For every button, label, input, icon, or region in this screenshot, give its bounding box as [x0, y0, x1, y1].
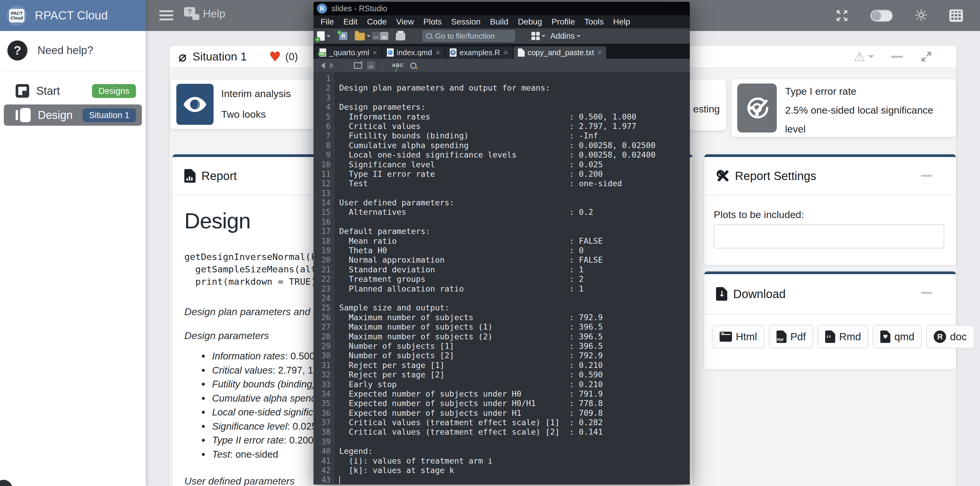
favorite-heart-icon[interactable]: ♥ [269, 50, 281, 64]
rstudio-titlebar[interactable]: R slides - RStudio [313, 2, 690, 15]
editor-line: 25Sample size and output: [313, 303, 690, 312]
editor-line: 19 Theta H0 : 0 [313, 246, 690, 255]
editor-line: 5 Information rates : 0.500, 1.000 [313, 112, 690, 121]
tab-label: examples.R [460, 48, 500, 57]
editor-line: 38 Critical values (treatment effect sca… [313, 427, 690, 437]
editor-line: 36 Expected number of subjects under H1 … [313, 408, 690, 418]
close-tab-icon[interactable]: × [503, 48, 508, 57]
theme-toggle[interactable] [870, 10, 893, 22]
menu-plots[interactable]: Plots [419, 17, 447, 27]
spellcheck-icon[interactable]: ABC [392, 62, 404, 69]
fi-qmd-file-icon [387, 48, 394, 57]
open-in-new-window-icon[interactable] [354, 62, 362, 69]
pdf-file-icon [776, 330, 786, 343]
download-button-label: Rmd [839, 331, 861, 343]
download-html-button[interactable]: Html [712, 325, 765, 349]
rstudio-tabbar: _quarto.yml×index.qmd×examples.R×copy_an… [313, 44, 690, 59]
close-tab-icon[interactable]: × [373, 48, 377, 57]
save-icon[interactable] [372, 32, 380, 40]
editor-line: 23 Planned allocation ratio : 1 [313, 284, 690, 293]
download-rmd-button[interactable]: Rmd [818, 325, 869, 349]
download-button-label: doc [950, 331, 966, 343]
collapse-report-settings-button[interactable] [921, 175, 932, 177]
type1-card-line1: 2.5% one-sided local significance [785, 104, 934, 116]
panes-grid-icon[interactable] [531, 32, 540, 40]
code-editor[interactable]: 12Design plan parameters and output for … [313, 72, 690, 484]
panes-dropdown-icon[interactable] [541, 35, 546, 39]
download-doc-button[interactable]: doc [926, 325, 974, 349]
editor-line: 2Design plan parameters and output for m… [313, 83, 690, 92]
sidebar-item-design[interactable]: DesignSituation 1 [4, 104, 142, 126]
expand-arrows-icon[interactable] [835, 8, 849, 23]
editor-line: 12 Test : one-sided [313, 179, 690, 188]
favorite-count: (0) [285, 51, 298, 62]
design-icon [16, 108, 31, 122]
back-icon[interactable] [318, 62, 325, 69]
menu-debug[interactable]: Debug [513, 17, 547, 27]
new-file-dropdown-icon[interactable] [326, 35, 331, 39]
menu-edit[interactable]: Edit [339, 17, 362, 27]
editor-line: 26 Maximum number of subjects : 792.9 [313, 313, 690, 322]
save-all-icon[interactable] [380, 32, 388, 40]
menu-code[interactable]: Code [362, 17, 391, 27]
editor-line: 9 Local one-sided significance levels : … [313, 150, 690, 159]
editor-line: 27 Maximum number of subjects (1) : 396.… [313, 322, 690, 331]
open-recent-dropdown-icon[interactable] [367, 35, 371, 39]
sidebar-item-badge: Situation 1 [83, 108, 136, 122]
need-help-button[interactable]: Need help? [0, 39, 146, 62]
find-replace-icon[interactable] [410, 62, 417, 69]
sidebar-header: PACT Cloud RPACT Cloud [0, 0, 146, 31]
download-pdf-button[interactable]: Pdf [769, 325, 814, 349]
addins-dropdown-icon[interactable] [577, 35, 581, 39]
menu-profile[interactable]: Profile [547, 17, 579, 27]
settings-sun-icon[interactable]: ☼ [914, 8, 928, 24]
addins-menu[interactable]: Addins [550, 32, 575, 41]
download-qmd-button[interactable]: qmd [873, 325, 922, 349]
close-tab-icon[interactable]: × [436, 48, 440, 57]
type1-card-title: Type I error rate [785, 86, 856, 97]
menu-view[interactable]: View [391, 17, 418, 27]
new-file-icon[interactable]: + [317, 31, 325, 41]
menu-help[interactable]: Help [608, 17, 635, 27]
editor-line: 6 Critical values : 2.797, 1.977 [313, 121, 690, 131]
qmd-file-icon [880, 330, 890, 343]
sidebar-item-start[interactable]: StartDesigns [4, 80, 142, 102]
warning-dropdown[interactable]: ⚠ [854, 50, 874, 63]
tab-label: _quarto.yml [329, 48, 369, 57]
plots-included-input[interactable] [714, 224, 944, 249]
tab-examples.R[interactable]: examples.R× [445, 46, 512, 59]
tab-_quarto.yml[interactable]: _quarto.yml× [315, 46, 382, 59]
editor-line: 11 Type II error rate : 0.200 [313, 169, 690, 179]
editor-line: 3 [313, 93, 690, 102]
new-project-icon[interactable]: + [339, 32, 347, 40]
question-mark-icon [7, 40, 27, 61]
collapse-download-button[interactable] [921, 292, 932, 294]
help-label: Help [203, 8, 225, 20]
tab-index.qmd[interactable]: index.qmd× [382, 46, 444, 59]
menu-build[interactable]: Build [485, 17, 513, 27]
editor-line: 4Design parameters: [313, 102, 690, 112]
editor-line: 31 Reject per stage [1] : 0.210 [313, 360, 690, 370]
source-save-icon[interactable] [367, 61, 375, 70]
logo-text-1: PACT [11, 11, 23, 16]
menu-tools[interactable]: Tools [580, 17, 608, 27]
menu-session[interactable]: Session [447, 17, 485, 27]
grid-apps-icon[interactable] [949, 10, 963, 22]
open-file-icon[interactable] [355, 33, 365, 40]
goto-file-search[interactable]: Go to file/function [422, 30, 515, 42]
sidebar-divider [3, 70, 143, 71]
design-null-icon: ⌀ [178, 49, 187, 65]
forward-icon[interactable] [330, 62, 337, 69]
tab-copy_and_paste.txt[interactable]: copy_and_paste.txt× [514, 46, 607, 59]
hamburger-menu-icon[interactable] [159, 10, 173, 23]
help-button[interactable]: ? Help [184, 7, 225, 21]
menu-file[interactable]: File [316, 17, 339, 27]
close-tab-icon[interactable]: × [598, 48, 602, 57]
editor-line: 29 Number of subjects [1] : 396.5 [313, 341, 690, 351]
app-title: RPACT Cloud [35, 9, 108, 22]
minimize-button[interactable] [891, 56, 903, 58]
type1-card-line2: level [785, 123, 806, 135]
expand-panel-icon[interactable] [920, 51, 932, 63]
type1-error-card[interactable]: Type I error rate 2.5% one-sided local s… [732, 79, 956, 137]
print-icon[interactable] [396, 33, 405, 40]
